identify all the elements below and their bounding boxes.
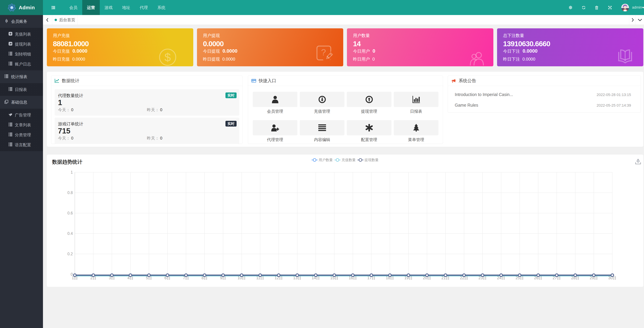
svg-text:$: $ [164, 51, 171, 64]
svg-text:0.6: 0.6 [68, 211, 73, 215]
svg-text:0.8: 0.8 [68, 191, 73, 195]
svg-text:B: B [6, 19, 8, 23]
svg-text:1: 1 [70, 170, 73, 175]
svg-text:0.4: 0.4 [68, 231, 73, 236]
svg-text:?: ? [321, 47, 326, 57]
svg-text:0.2: 0.2 [68, 252, 73, 256]
